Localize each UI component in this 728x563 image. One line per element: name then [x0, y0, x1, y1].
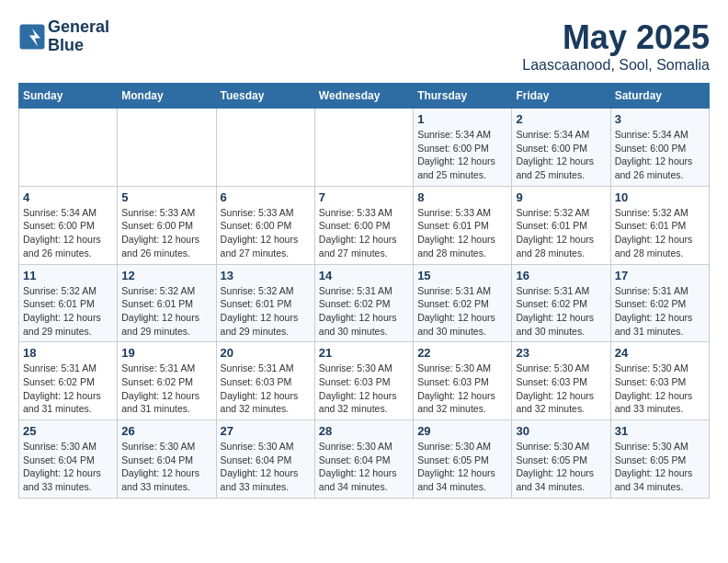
day-number: 12	[121, 269, 211, 282]
day-number: 17	[615, 269, 705, 282]
day-info: Sunrise: 5:30 AM Sunset: 6:04 PM Dayligh…	[23, 440, 113, 494]
logo-line1: General	[48, 18, 109, 37]
day-number: 3	[615, 112, 705, 126]
day-number: 13	[221, 269, 311, 282]
day-info: Sunrise: 5:30 AM Sunset: 6:04 PM Dayligh…	[121, 440, 211, 494]
calendar-cell: 26Sunrise: 5:30 AM Sunset: 6:04 PM Dayli…	[118, 420, 216, 499]
day-number: 6	[221, 190, 311, 204]
day-number: 11	[23, 269, 113, 282]
day-number: 28	[319, 424, 409, 438]
day-number: 25	[23, 424, 113, 438]
day-info: Sunrise: 5:33 AM Sunset: 6:00 PM Dayligh…	[221, 206, 311, 260]
day-number: 27	[221, 424, 311, 438]
day-info: Sunrise: 5:34 AM Sunset: 6:00 PM Dayligh…	[23, 206, 113, 260]
day-number: 16	[516, 269, 606, 282]
day-number: 20	[221, 346, 311, 360]
calendar-cell: 24Sunrise: 5:30 AM Sunset: 6:03 PM Dayli…	[610, 342, 709, 420]
calendar-cell	[118, 109, 216, 187]
calendar-cell: 30Sunrise: 5:30 AM Sunset: 6:05 PM Dayli…	[512, 420, 610, 499]
weekday-header-thursday: Thursday	[414, 84, 512, 109]
calendar-cell: 6Sunrise: 5:33 AM Sunset: 6:00 PM Daylig…	[216, 186, 314, 264]
calendar-cell: 14Sunrise: 5:31 AM Sunset: 6:02 PM Dayli…	[314, 264, 413, 342]
day-info: Sunrise: 5:34 AM Sunset: 6:00 PM Dayligh…	[516, 128, 606, 182]
day-number: 4	[23, 190, 113, 204]
day-info: Sunrise: 5:30 AM Sunset: 6:04 PM Dayligh…	[221, 440, 311, 494]
weekday-header-wednesday: Wednesday	[314, 84, 413, 109]
calendar-cell: 31Sunrise: 5:30 AM Sunset: 6:05 PM Dayli…	[610, 420, 709, 499]
calendar-cell: 8Sunrise: 5:33 AM Sunset: 6:01 PM Daylig…	[414, 186, 512, 264]
week-row-4: 18Sunrise: 5:31 AM Sunset: 6:02 PM Dayli…	[19, 342, 710, 420]
day-number: 31	[615, 424, 705, 438]
weekday-header-friday: Friday	[512, 84, 610, 109]
day-info: Sunrise: 5:30 AM Sunset: 6:05 PM Dayligh…	[615, 440, 705, 494]
day-number: 5	[121, 190, 211, 204]
weekday-header-row: SundayMondayTuesdayWednesdayThursdayFrid…	[19, 84, 710, 109]
day-info: Sunrise: 5:33 AM Sunset: 6:01 PM Dayligh…	[417, 206, 507, 260]
day-number: 2	[516, 112, 606, 126]
day-info: Sunrise: 5:32 AM Sunset: 6:01 PM Dayligh…	[221, 284, 311, 339]
calendar-table: SundayMondayTuesdayWednesdayThursdayFrid…	[18, 83, 710, 499]
subtitle: Laascaanood, Sool, Somalia	[522, 57, 710, 74]
calendar-cell: 12Sunrise: 5:32 AM Sunset: 6:01 PM Dayli…	[118, 264, 216, 342]
calendar-cell: 1Sunrise: 5:34 AM Sunset: 6:00 PM Daylig…	[414, 109, 512, 187]
day-info: Sunrise: 5:33 AM Sunset: 6:00 PM Dayligh…	[121, 206, 211, 260]
weekday-header-tuesday: Tuesday	[216, 84, 314, 109]
calendar-cell: 18Sunrise: 5:31 AM Sunset: 6:02 PM Dayli…	[19, 342, 118, 420]
day-number: 7	[319, 190, 409, 204]
calendar-cell	[19, 109, 118, 187]
day-number: 9	[516, 190, 606, 204]
day-number: 29	[417, 424, 507, 438]
calendar-cell: 25Sunrise: 5:30 AM Sunset: 6:04 PM Dayli…	[19, 420, 118, 499]
week-row-2: 4Sunrise: 5:34 AM Sunset: 6:00 PM Daylig…	[19, 186, 710, 264]
day-info: Sunrise: 5:32 AM Sunset: 6:01 PM Dayligh…	[121, 284, 211, 339]
calendar-cell: 11Sunrise: 5:32 AM Sunset: 6:01 PM Dayli…	[19, 264, 118, 342]
day-info: Sunrise: 5:32 AM Sunset: 6:01 PM Dayligh…	[516, 206, 606, 260]
day-info: Sunrise: 5:30 AM Sunset: 6:05 PM Dayligh…	[417, 440, 507, 494]
day-info: Sunrise: 5:31 AM Sunset: 6:03 PM Dayligh…	[221, 362, 311, 416]
day-number: 24	[615, 346, 705, 360]
calendar-cell: 28Sunrise: 5:30 AM Sunset: 6:04 PM Dayli…	[314, 420, 413, 499]
day-info: Sunrise: 5:32 AM Sunset: 6:01 PM Dayligh…	[23, 284, 113, 339]
weekday-header-monday: Monday	[118, 84, 216, 109]
day-info: Sunrise: 5:30 AM Sunset: 6:05 PM Dayligh…	[516, 440, 606, 494]
calendar-cell: 10Sunrise: 5:32 AM Sunset: 6:01 PM Dayli…	[610, 186, 709, 264]
day-number: 22	[417, 346, 507, 360]
day-number: 23	[516, 346, 606, 360]
week-row-5: 25Sunrise: 5:30 AM Sunset: 6:04 PM Dayli…	[19, 420, 710, 499]
day-info: Sunrise: 5:32 AM Sunset: 6:01 PM Dayligh…	[615, 206, 705, 260]
weekday-header-sunday: Sunday	[19, 84, 118, 109]
calendar-cell: 7Sunrise: 5:33 AM Sunset: 6:00 PM Daylig…	[314, 186, 413, 264]
calendar-cell: 23Sunrise: 5:30 AM Sunset: 6:03 PM Dayli…	[512, 342, 610, 420]
calendar-cell: 4Sunrise: 5:34 AM Sunset: 6:00 PM Daylig…	[19, 186, 118, 264]
day-number: 14	[319, 269, 409, 282]
calendar-cell: 3Sunrise: 5:34 AM Sunset: 6:00 PM Daylig…	[610, 109, 709, 187]
day-number: 26	[121, 424, 211, 438]
calendar-cell: 20Sunrise: 5:31 AM Sunset: 6:03 PM Dayli…	[216, 342, 314, 420]
day-info: Sunrise: 5:34 AM Sunset: 6:00 PM Dayligh…	[417, 128, 507, 182]
day-info: Sunrise: 5:31 AM Sunset: 6:02 PM Dayligh…	[615, 284, 705, 339]
day-number: 1	[417, 112, 507, 126]
day-info: Sunrise: 5:30 AM Sunset: 6:03 PM Dayligh…	[615, 362, 705, 416]
day-info: Sunrise: 5:31 AM Sunset: 6:02 PM Dayligh…	[23, 362, 113, 416]
calendar-cell	[314, 109, 413, 187]
calendar-cell: 17Sunrise: 5:31 AM Sunset: 6:02 PM Dayli…	[610, 264, 709, 342]
logo: General Blue	[18, 18, 109, 55]
day-number: 18	[23, 346, 113, 360]
weekday-header-saturday: Saturday	[610, 84, 709, 109]
calendar-cell: 9Sunrise: 5:32 AM Sunset: 6:01 PM Daylig…	[512, 186, 610, 264]
calendar-cell: 27Sunrise: 5:30 AM Sunset: 6:04 PM Dayli…	[216, 420, 314, 499]
day-number: 8	[417, 190, 507, 204]
calendar-cell: 13Sunrise: 5:32 AM Sunset: 6:01 PM Dayli…	[216, 264, 314, 342]
calendar-cell	[216, 109, 314, 187]
calendar-cell: 29Sunrise: 5:30 AM Sunset: 6:05 PM Dayli…	[414, 420, 512, 499]
calendar-cell: 2Sunrise: 5:34 AM Sunset: 6:00 PM Daylig…	[512, 109, 610, 187]
page-header: General Blue May 2025 Laascaanood, Sool,…	[18, 18, 710, 74]
day-info: Sunrise: 5:31 AM Sunset: 6:02 PM Dayligh…	[121, 362, 211, 416]
week-row-3: 11Sunrise: 5:32 AM Sunset: 6:01 PM Dayli…	[19, 264, 710, 342]
day-info: Sunrise: 5:31 AM Sunset: 6:02 PM Dayligh…	[319, 284, 409, 339]
logo-line2: Blue	[48, 37, 109, 55]
day-info: Sunrise: 5:30 AM Sunset: 6:03 PM Dayligh…	[417, 362, 507, 416]
day-info: Sunrise: 5:31 AM Sunset: 6:02 PM Dayligh…	[417, 284, 507, 339]
day-info: Sunrise: 5:30 AM Sunset: 6:03 PM Dayligh…	[516, 362, 606, 416]
day-number: 30	[516, 424, 606, 438]
